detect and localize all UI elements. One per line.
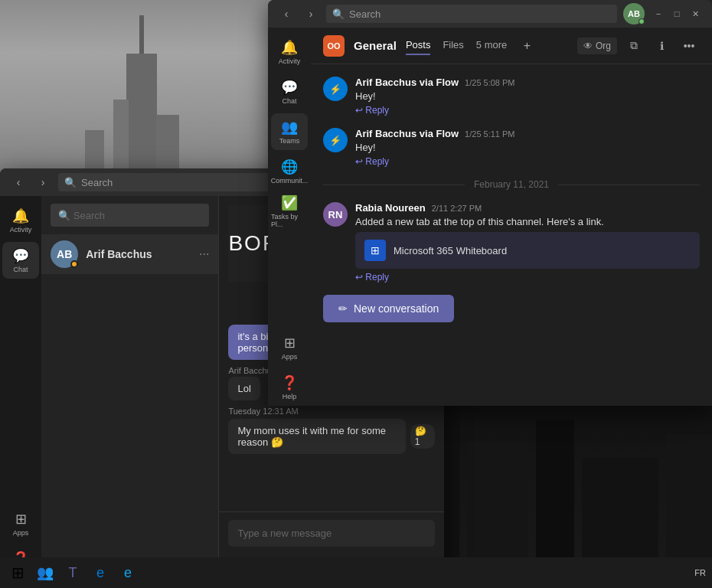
chat-search-placeholder: Search	[81, 177, 113, 188]
whiteboard-icon: ⊞	[364, 240, 386, 261]
chat-search-icon: 🔍	[64, 177, 77, 188]
chat-sidebar-activity[interactable]: 🔔 Activity	[2, 202, 39, 239]
arif-avatar: AB	[51, 240, 78, 268]
tab-posts[interactable]: Posts	[406, 36, 431, 55]
self-msg-time-2: Tuesday 12:31 AM	[228, 407, 298, 416]
message-header-1: Arif Bacchus via Flow 1/25 5:08 PM	[355, 77, 700, 88]
window-controls: − □ ✕	[651, 6, 703, 21]
communities-label: Communit...	[271, 177, 309, 185]
messages-area: ⚡ Arif Bacchus via Flow 1/25 5:08 PM Hey…	[311, 64, 712, 406]
taskbar-lang: FR	[694, 568, 706, 577]
self-message-row-2: Tuesday 12:31 AM My mom uses it with me …	[228, 407, 435, 454]
message-time-2: 1/25 5:11 PM	[465, 129, 514, 139]
help-icon: ❓	[281, 374, 298, 391]
taskbar-teams-icon-2[interactable]: T	[61, 561, 84, 584]
rabia-reply-link[interactable]: ↩ Reply	[355, 272, 700, 283]
sidebar-item-tasks[interactable]: ✅ Tasks by Pl...	[271, 193, 308, 230]
bubble-row-2: My mom uses it with me for some reason 🤔…	[228, 419, 435, 454]
reply-link-2[interactable]: ↩ Reply	[355, 156, 700, 167]
chat-apps-label: Apps	[13, 529, 29, 537]
message-author-1: Arif Bacchus via Flow	[355, 77, 459, 88]
activity-label: Activity	[279, 57, 301, 65]
copy-button[interactable]: ⧉	[623, 35, 645, 57]
tab-add-button[interactable]: +	[519, 38, 534, 54]
communities-icon: 🌐	[281, 158, 298, 175]
contacts-search: 🔍 Search	[41, 196, 218, 234]
chat-sidebar-chat[interactable]: 💬 Chat	[2, 242, 39, 279]
chat-chat-icon: 💬	[12, 247, 29, 264]
help-label: Help	[283, 393, 297, 400]
forward-button[interactable]: ›	[302, 5, 320, 23]
back-button[interactable]: ‹	[277, 5, 296, 23]
chat-sidebar-apps[interactable]: ⊞ Apps	[2, 505, 39, 542]
new-conv-label: New conversation	[354, 302, 439, 315]
message-time-1: 1/25 5:08 PM	[465, 78, 514, 87]
teams-logo-2: T	[69, 565, 77, 581]
search-icon: 🔍	[332, 8, 345, 20]
reaction-badge-1: 🤔 1	[410, 424, 435, 449]
chat-icon: 💬	[281, 79, 298, 96]
tab-files[interactable]: Files	[443, 36, 463, 55]
message-content-2: Arif Bacchus via Flow 1/25 5:11 PM Hey! …	[355, 128, 700, 167]
channel-actions: 👁 Org ⧉ ℹ •••	[577, 35, 700, 57]
apps-label: Apps	[282, 353, 298, 361]
org-button[interactable]: 👁 Org	[577, 38, 617, 54]
date-divider: February 11, 2021	[323, 179, 700, 190]
message-header-2: Arif Bacchus via Flow 1/25 5:11 PM	[355, 128, 700, 139]
arif-status-dot	[70, 260, 78, 268]
teams-main-window: ‹ › 🔍 Search AB − □ ✕ 🔔 Activity 💬 Chat	[268, 0, 712, 406]
teams-label: Teams	[279, 137, 300, 145]
rabia-time: 2/11 2:27 PM	[432, 204, 482, 213]
minimize-button[interactable]: −	[651, 6, 666, 21]
chat-apps-icon: ⊞	[15, 511, 27, 528]
channel-icon: OO	[323, 35, 345, 57]
online-status-dot	[639, 18, 645, 24]
contact-item-arif[interactable]: AB Arif Bacchus ···	[41, 234, 218, 274]
whiteboard-link-card[interactable]: ⊞ Microsoft 365 Whiteboard	[355, 232, 700, 269]
chat-activity-icon: 🔔	[12, 207, 29, 224]
chat-forward-button[interactable]: ›	[34, 173, 52, 191]
contacts-search-input[interactable]: 🔍 Search	[51, 204, 209, 227]
edge-logo: e	[96, 565, 104, 581]
user-avatar[interactable]: AB	[623, 3, 645, 24]
tasks-icon: ✅	[281, 194, 298, 211]
search-placeholder: Search	[349, 8, 380, 20]
tasks-label: Tasks by Pl...	[271, 213, 308, 228]
taskbar-windows-icon[interactable]: ⊞	[6, 561, 29, 584]
chat-back-button[interactable]: ‹	[9, 173, 28, 191]
sidebar-item-activity[interactable]: 🔔 Activity	[271, 34, 308, 70]
sidebar-item-apps[interactable]: ⊞ Apps	[271, 329, 308, 366]
date-text: February 11, 2021	[474, 179, 549, 190]
reply-link-1[interactable]: ↩ Reply	[355, 105, 700, 116]
info-button[interactable]: ℹ	[651, 35, 672, 57]
org-label: Org	[596, 41, 611, 51]
message-author-2: Arif Bacchus via Flow	[355, 128, 459, 139]
maximize-button[interactable]: □	[669, 6, 684, 21]
rabia-avatar: RN	[323, 202, 348, 227]
sidebar-item-help[interactable]: ❓ Help	[271, 369, 308, 406]
tab-more[interactable]: 5 more	[476, 36, 507, 55]
close-button[interactable]: ✕	[688, 6, 703, 21]
sidebar-item-communities[interactable]: 🌐 Communit...	[271, 153, 308, 190]
more-options-button[interactable]: •••	[678, 35, 700, 57]
sidebar-item-chat[interactable]: 💬 Chat	[271, 74, 308, 110]
main-search-bar[interactable]: 🔍 Search	[326, 5, 617, 23]
new-conversation-button[interactable]: ✏ New conversation	[323, 295, 454, 322]
taskbar-teams-icon-1[interactable]: 👥	[34, 561, 57, 584]
channel-tabs: Posts Files 5 more +	[406, 36, 534, 55]
taskbar-left: ⊞ 👥 T e e	[6, 561, 139, 584]
rabia-header: Rabia Noureen 2/11 2:27 PM	[355, 202, 700, 214]
rabia-content: Rabia Noureen 2/11 2:27 PM Added a new t…	[355, 202, 700, 283]
bg-city-top	[0, 0, 283, 176]
contact-more-button[interactable]: ···	[199, 247, 209, 261]
activity-icon: 🔔	[281, 39, 298, 56]
taskbar-edge-alt-icon[interactable]: e	[116, 561, 139, 584]
message-item-rabia: RN Rabia Noureen 2/11 2:27 PM Added a ne…	[323, 202, 700, 283]
chat-label: Chat	[282, 97, 296, 105]
eye-icon: 👁	[583, 41, 593, 51]
sidebar-item-teams[interactable]: 👥 Teams	[271, 113, 308, 150]
edge-alt-logo: e	[124, 565, 132, 581]
taskbar-edge-icon[interactable]: e	[89, 561, 112, 584]
chat-input-box[interactable]: Type a new message	[228, 520, 435, 547]
message-item-2: ⚡ Arif Bacchus via Flow 1/25 5:11 PM Hey…	[323, 128, 700, 167]
